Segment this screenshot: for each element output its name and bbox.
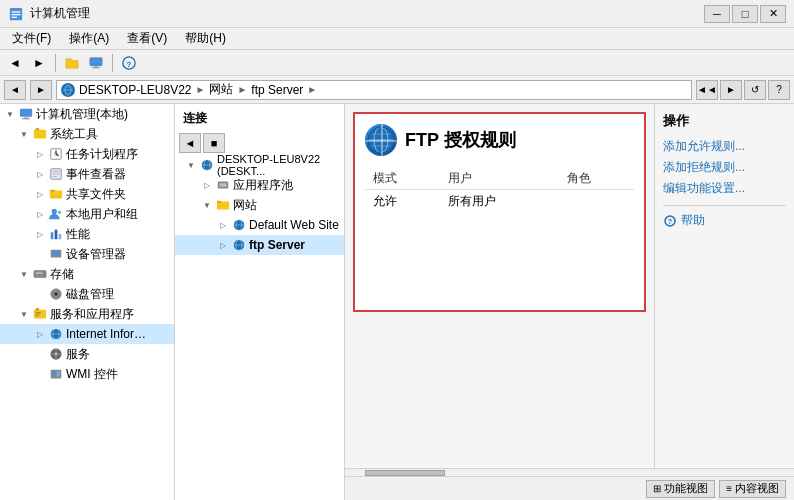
ftp-globe-icon	[365, 124, 397, 156]
tree-arrow-services	[32, 346, 48, 362]
toolbar-separator-2	[112, 54, 113, 72]
col-mode: 模式	[365, 168, 440, 190]
tree-shared-folders[interactable]: ▷ 共享文件夹	[0, 184, 174, 204]
performance-icon	[48, 226, 64, 242]
conn-app-pool-label: 应用程序池	[233, 177, 293, 194]
conn-sites-label: 网站	[233, 197, 257, 214]
services-label: 服务	[66, 346, 90, 363]
tree-iis[interactable]: ▷ Internet Information S...	[0, 324, 174, 344]
conn-default-site[interactable]: ▷ Default Web Site	[175, 215, 344, 235]
actions-panel: 操作 添加允许规则... 添加拒绝规则... 编辑功能设置... ? 帮助	[654, 104, 794, 468]
conn-toolbar-btn-1[interactable]: ◄	[179, 133, 201, 153]
addr-btn-2[interactable]: ►	[720, 80, 742, 100]
addr-forward-button[interactable]: ►	[30, 80, 52, 100]
tree-services-apps[interactable]: ▼ 服务和应用程序	[0, 304, 174, 324]
svg-rect-52	[55, 357, 57, 360]
addr-btn-1[interactable]: ◄◄	[696, 80, 718, 100]
forward-button[interactable]: ►	[28, 52, 50, 74]
title-bar-icon	[8, 6, 24, 22]
menu-action[interactable]: 操作(A)	[61, 28, 117, 49]
tree-services[interactable]: 服务	[0, 344, 174, 364]
address-path[interactable]: DESKTOP-LEU8V22 ► 网站 ► ftp Server ►	[56, 80, 692, 100]
title-bar: 计算机管理 ─ □ ✕	[0, 0, 794, 28]
tree-storage[interactable]: ▼ 存储	[0, 264, 174, 284]
menu-view[interactable]: 查看(V)	[119, 28, 175, 49]
content-view-label: 内容视图	[735, 481, 779, 496]
svg-rect-1	[12, 11, 21, 12]
computer-icon	[85, 52, 107, 74]
ftp-rules-table: 模式 用户 角色 允许 所有用户	[365, 168, 634, 213]
feature-view-button[interactable]: ⊞ 功能视图	[646, 480, 715, 498]
help-icon: ?	[663, 214, 677, 228]
tree-system-tools[interactable]: ▼ 系统工具	[0, 124, 174, 144]
conn-sites[interactable]: ▼ 网站	[175, 195, 344, 215]
svg-point-30	[58, 211, 62, 215]
conn-app-pool[interactable]: ▷ 应用程序池	[175, 175, 344, 195]
menu-bar: 文件(F) 操作(A) 查看(V) 帮助(H)	[0, 28, 794, 50]
horizontal-scrollbar[interactable]	[345, 468, 794, 476]
svg-rect-43	[36, 308, 40, 311]
services-apps-icon	[32, 306, 48, 322]
tree-arrow-iis: ▷	[32, 326, 48, 342]
back-button[interactable]: ◄	[4, 52, 26, 74]
globe-icon	[61, 83, 75, 97]
svg-rect-18	[36, 128, 40, 131]
svg-rect-33	[59, 234, 62, 239]
users-icon	[48, 206, 64, 222]
minimize-button[interactable]: ─	[704, 5, 730, 23]
address-bar: ◄ ► DESKTOP-LEU8V22 ► 网站 ► ftp Server ► …	[0, 76, 794, 104]
svg-rect-41	[51, 293, 55, 295]
conn-default-site-label: Default Web Site	[249, 218, 339, 232]
disk-mgmt-label: 磁盘管理	[66, 286, 114, 303]
tree-task-scheduler[interactable]: ▷ 任务计划程序	[0, 144, 174, 164]
content-view-button[interactable]: ≡ 内容视图	[719, 480, 786, 498]
conn-arrow-ftp: ▷	[215, 237, 231, 253]
svg-rect-32	[55, 230, 58, 240]
addr-back-button[interactable]: ◄	[4, 80, 26, 100]
tree-event-viewer[interactable]: ▷ 事件查看器	[0, 164, 174, 184]
conn-server[interactable]: ▼ DESKTOP-LEU8V22 (DESKT...	[175, 155, 344, 175]
edit-features-link[interactable]: 编辑功能设置...	[663, 178, 786, 199]
event-viewer-label: 事件查看器	[66, 166, 126, 183]
tree-local-users[interactable]: ▷ 本地用户和组	[0, 204, 174, 224]
conn-ftp-server[interactable]: ▷ ftp Server	[175, 235, 344, 255]
tree-arrow-svc: ▼	[16, 306, 32, 322]
menu-file[interactable]: 文件(F)	[4, 28, 59, 49]
svg-rect-57	[57, 371, 60, 376]
conn-toolbar-btn-2[interactable]: ■	[203, 133, 225, 153]
iis-icon	[48, 326, 64, 342]
svg-rect-6	[92, 67, 101, 68]
connections-toolbar: ◄ ■	[175, 131, 344, 155]
svg-point-38	[43, 273, 46, 276]
maximize-button[interactable]: □	[732, 5, 758, 23]
tree-root[interactable]: ▼ 计算机管理(本地)	[0, 104, 174, 124]
svg-point-72	[374, 127, 388, 153]
svg-rect-51	[55, 349, 57, 352]
svg-text:?: ?	[127, 59, 132, 68]
ftp-panel: FTP 授权规则 模式 用户 角色	[345, 104, 794, 500]
addr-help-btn[interactable]: ?	[768, 80, 790, 100]
menu-help[interactable]: 帮助(H)	[177, 28, 234, 49]
svg-rect-62	[220, 183, 227, 187]
conn-ftp-server-label: ftp Server	[249, 238, 305, 252]
scrollbar-thumb[interactable]	[365, 470, 445, 476]
tree-performance[interactable]: ▷ 性能	[0, 224, 174, 244]
tree-disk-mgmt[interactable]: 磁盘管理	[0, 284, 174, 304]
tree-wmi[interactable]: WMI 控件	[0, 364, 174, 384]
addr-sep-2: ►	[237, 84, 247, 95]
ftp-rule-row-1[interactable]: 允许 所有用户	[365, 190, 634, 214]
window-controls: ─ □ ✕	[704, 5, 786, 23]
addr-refresh-btn[interactable]: ↺	[744, 80, 766, 100]
help-link[interactable]: 帮助	[681, 212, 705, 229]
add-deny-rule-link[interactable]: 添加拒绝规则...	[663, 157, 786, 178]
tree-device-manager[interactable]: 设备管理器	[0, 244, 174, 264]
tree-arrow-perf: ▷	[32, 226, 48, 242]
svg-rect-53	[51, 353, 54, 355]
event-viewer-icon	[48, 166, 64, 182]
content-view-icon: ≡	[726, 483, 732, 494]
disk-mgmt-icon	[48, 286, 64, 302]
action-separator	[663, 205, 786, 206]
close-button[interactable]: ✕	[760, 5, 786, 23]
add-allow-rule-link[interactable]: 添加允许规则...	[663, 136, 786, 157]
help-button[interactable]: ?	[118, 52, 140, 74]
